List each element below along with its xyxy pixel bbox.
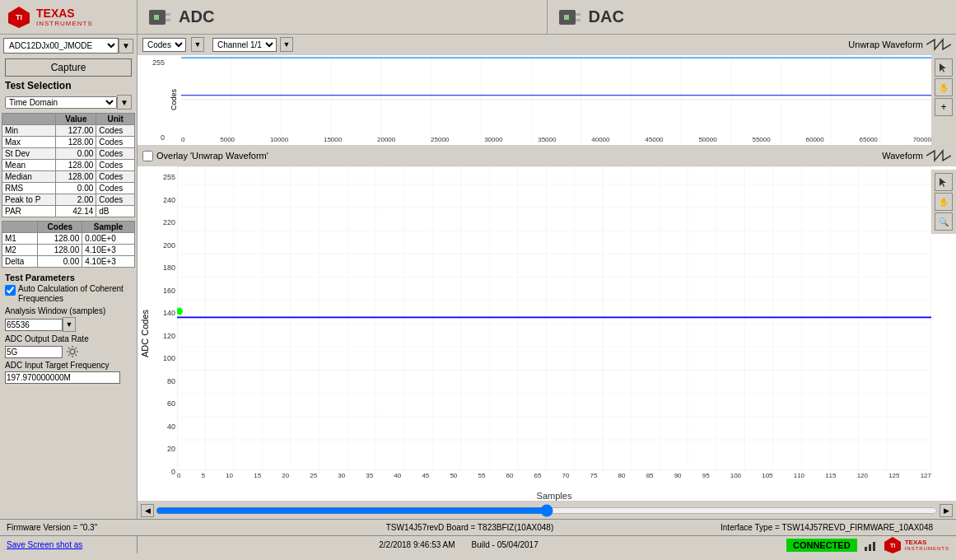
unwrap-label: Unwrap Waveform	[848, 40, 923, 49]
analysis-window-input[interactable]	[5, 319, 63, 331]
top-chart-cursor-btn[interactable]	[935, 58, 953, 77]
x-axis-label: Samples	[177, 491, 931, 501]
stats-unit: Codes	[96, 125, 135, 137]
bottom-chart-cursor-btn[interactable]	[935, 173, 953, 191]
stats-value: 128.00	[56, 171, 96, 183]
bottom-y-label: ADC Codes	[140, 310, 150, 357]
stats-value: 2.00	[56, 194, 96, 206]
marker-codes: 128.00	[38, 245, 82, 256]
marker-sample: 0.00E+0	[82, 233, 135, 245]
top-chart-svg	[181, 55, 931, 145]
top-y-0: 0	[139, 133, 165, 142]
dac-tab-label[interactable]: DAC	[589, 7, 624, 26]
channel-dropdown[interactable]: Channel 1/1	[212, 38, 277, 52]
interface-status: Interface Type = TSW14J57REVD_FIRMWARE_1…	[635, 523, 933, 532]
scroll-right-btn[interactable]: ▶	[940, 504, 953, 517]
stats-row: Min 127.00 Codes	[2, 125, 135, 137]
test-selection-label: Test Selection	[5, 80, 132, 91]
stats-value: 128.00	[56, 160, 96, 171]
stats-label: Median	[2, 171, 56, 183]
bottom-chart-zoom-btn[interactable]: 🔍	[935, 212, 953, 231]
stats-label: Max	[2, 137, 56, 148]
top-chart-plus-btn[interactable]: +	[935, 98, 953, 116]
domain-expand-btn[interactable]: ▼	[117, 95, 132, 110]
stats-value: 42.14	[56, 206, 96, 217]
auto-calc-label: Auto Calculation of Coherent Frequencies	[18, 284, 132, 304]
svg-rect-3	[166, 13, 170, 16]
stats-row: Peak to P 2.00 Codes	[2, 194, 135, 206]
stats-label: PAR	[2, 206, 56, 217]
signal-icon	[864, 539, 877, 552]
bottom-chart-svg	[177, 166, 931, 470]
waveform-label: Waveform	[882, 151, 923, 161]
stats-value: 0.00	[56, 183, 96, 194]
overlay-label: Overlay 'Unwrap Waveform'	[156, 151, 268, 161]
adc-icon	[147, 5, 172, 30]
domain-dropdown[interactable]: Time Domain	[5, 96, 117, 109]
marker-sample: 4.10E+3	[82, 256, 135, 268]
svg-rect-72	[869, 544, 871, 551]
marker-codes: 0.00	[38, 256, 82, 268]
horizontal-scrollbar[interactable]	[156, 506, 938, 516]
stats-unit: Codes	[96, 183, 135, 194]
svg-point-10	[70, 349, 75, 354]
svg-text:TI: TI	[16, 13, 22, 21]
stats-col-value: Value	[56, 114, 96, 125]
save-screenshot-label[interactable]: Save Screen shot as	[7, 540, 82, 549]
test-params-section: Test Parameters Auto Calculation of Cohe…	[5, 273, 132, 384]
scroll-left-btn[interactable]: ◀	[141, 504, 154, 517]
stats-label: RMS	[2, 183, 56, 194]
marker-label: Delta	[2, 256, 38, 268]
analysis-dropdown-btn[interactable]: ▼	[63, 317, 76, 332]
markers-col-sample: Sample	[82, 222, 135, 233]
build-label: Build - 05/04/2017	[472, 540, 539, 549]
markers-col-codes: Codes	[38, 222, 82, 233]
svg-rect-9	[564, 15, 569, 20]
gear-icon[interactable]	[66, 345, 79, 358]
svg-rect-8	[576, 19, 581, 21]
capture-button[interactable]: Capture	[5, 58, 132, 77]
unwrap-waveform-icon	[926, 37, 951, 52]
stats-label: St Dev	[2, 148, 56, 160]
analysis-window-label: Analysis Window (samples)	[5, 306, 132, 315]
svg-point-70	[177, 307, 183, 315]
overlay-checkbox[interactable]	[142, 151, 153, 161]
stats-label: Mean	[2, 160, 56, 171]
top-chart-hand-btn[interactable]: ✋	[935, 78, 953, 96]
stats-value: 128.00	[56, 137, 96, 148]
top-y-title: Codes	[170, 89, 178, 110]
stats-value: 0.00	[56, 148, 96, 160]
bottom-chart-hand-btn[interactable]: ✋	[935, 193, 953, 211]
auto-calc-checkbox[interactable]	[5, 285, 16, 296]
device-expand-btn[interactable]: ▼	[119, 39, 133, 54]
adc-tab-label[interactable]: ADC	[179, 7, 214, 26]
stats-table: Value Unit Min 127.00 CodesMax 128.00 Co…	[2, 113, 135, 217]
device-dropdown[interactable]: ADC12DJx00_JMODE	[3, 38, 119, 54]
svg-rect-4	[166, 19, 170, 21]
codes-dropdown[interactable]: Codes	[142, 38, 186, 52]
board-status: TSW14J57revD Board = T823BFIZ(10AX048)	[321, 523, 619, 532]
marker-row: Delta 0.00 4.10E+3	[2, 256, 135, 268]
stats-value: 127.00	[56, 125, 96, 137]
stats-label: Min	[2, 125, 56, 137]
stats-unit: Codes	[96, 194, 135, 206]
svg-rect-73	[873, 542, 875, 551]
ti-logo-name: TEXAS	[36, 7, 93, 20]
output-rate-input[interactable]	[5, 346, 63, 358]
top-y-255: 255	[139, 58, 165, 67]
stats-unit: Codes	[96, 171, 135, 183]
stats-row: PAR 42.14 dB	[2, 206, 135, 217]
marker-label: M1	[2, 233, 38, 245]
input-freq-input[interactable]	[5, 371, 120, 384]
stats-row: Median 128.00 Codes	[2, 171, 135, 183]
channel-expand-btn[interactable]: ▼	[280, 37, 293, 52]
stats-unit: Codes	[96, 160, 135, 171]
stats-row: St Dev 0.00 Codes	[2, 148, 135, 160]
stats-col-unit: Unit	[96, 114, 135, 125]
codes-expand-btn[interactable]: ▼	[191, 37, 204, 52]
marker-codes: 128.00	[38, 233, 82, 245]
firmware-status: Firmware Version = "0.3"	[7, 523, 305, 532]
stats-row: RMS 0.00 Codes	[2, 183, 135, 194]
stats-unit: Codes	[96, 148, 135, 160]
svg-text:TI: TI	[890, 543, 895, 548]
